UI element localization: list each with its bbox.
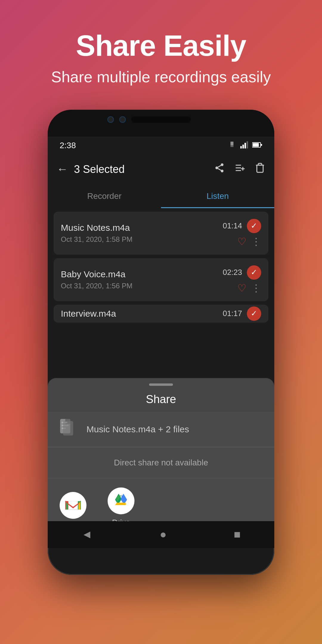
direct-share-text: Direct share not available (114, 458, 208, 467)
file-icon (58, 419, 79, 440)
share-button[interactable] (214, 162, 225, 176)
bottom-nav: ◄ ● ■ (48, 521, 274, 548)
recording-right: 02:23 ✓ ♡ ⋮ (223, 265, 261, 294)
signal-icon (240, 141, 249, 150)
phone-frame: 2:38 (48, 110, 274, 575)
toolbar-left: ← 3 Selected (57, 163, 125, 176)
sheet-handle (149, 383, 173, 386)
page-title: Share Easily (51, 30, 271, 62)
more-options-button[interactable]: ⋮ (251, 282, 261, 294)
drive-icon[interactable] (108, 487, 134, 514)
sim-icon (230, 141, 237, 150)
app-toolbar: ← 3 Selected (48, 154, 274, 184)
heart-more: ♡ ⋮ (237, 236, 261, 247)
file-name: Music Notes.m4a + 2 files (86, 424, 189, 434)
svg-line-13 (218, 165, 221, 167)
recording-item[interactable]: Music Notes.m4a Oct 31, 2020, 1:58 PM 01… (54, 212, 268, 255)
recording-date: Oct 31, 2020, 1:56 PM (61, 282, 223, 290)
more-options-button[interactable]: ⋮ (251, 236, 261, 247)
header-section: Share Easily Share multiple recordings e… (51, 30, 271, 86)
recording-duration: 01:14 (223, 221, 242, 230)
status-time: 2:38 (60, 141, 76, 150)
recording-name: Baby Voice.m4a (61, 269, 223, 279)
recording-list: Music Notes.m4a Oct 31, 2020, 1:58 PM 01… (48, 212, 274, 323)
heart-more: ♡ ⋮ (237, 282, 261, 294)
camera-right (119, 116, 126, 123)
duration-check: 01:14 ✓ (223, 219, 261, 233)
status-bar: 2:38 (48, 137, 274, 154)
svg-rect-1 (230, 145, 233, 147)
back-nav-button[interactable]: ◄ (81, 528, 93, 541)
svg-rect-5 (247, 141, 248, 148)
recording-right: 01:14 ✓ ♡ ⋮ (223, 219, 261, 247)
favorite-button[interactable]: ♡ (237, 236, 246, 247)
phone-notch-area (48, 110, 274, 137)
tab-listen[interactable]: Listen (161, 184, 274, 208)
check-selected[interactable]: ✓ (247, 265, 261, 280)
recording-right-partial: 01:17 ✓ (223, 306, 261, 321)
svg-line-12 (218, 169, 221, 171)
home-nav-button[interactable]: ● (160, 528, 167, 541)
toolbar-right (214, 162, 265, 176)
file-info-row: Music Notes.m4a + 2 files (48, 412, 274, 447)
duration-partial: 01:17 (223, 309, 242, 318)
svg-rect-7 (253, 143, 259, 147)
svg-rect-4 (244, 143, 246, 148)
check-selected[interactable]: ✓ (247, 219, 261, 233)
recording-name-partial: Interview.m4a (61, 309, 223, 319)
page-subtitle: Share multiple recordings easily (51, 68, 271, 86)
speaker (131, 116, 191, 123)
tab-bar: Recorder Listen (48, 184, 274, 208)
recording-duration: 02:23 (223, 268, 242, 277)
battery-icon (252, 142, 262, 149)
delete-button[interactable] (255, 162, 265, 176)
selection-count: 3 Selected (74, 163, 125, 176)
check-selected-partial[interactable]: ✓ (247, 306, 261, 321)
sheet-title: Share (48, 393, 274, 406)
phone-mockup: 2:38 (48, 110, 274, 575)
recording-date: Oct 31, 2020, 1:58 PM (61, 235, 223, 244)
direct-share-section: Direct share not available (48, 447, 274, 478)
favorite-button[interactable]: ♡ (237, 282, 246, 294)
recording-item-partial: Interview.m4a 01:17 ✓ (54, 305, 268, 323)
add-to-playlist-button[interactable] (234, 162, 245, 176)
recording-info: Baby Voice.m4a Oct 31, 2020, 1:56 PM (61, 269, 223, 290)
svg-rect-0 (230, 142, 233, 145)
camera-left (107, 116, 114, 123)
status-icons (230, 141, 262, 150)
svg-point-11 (221, 170, 224, 172)
svg-rect-2 (240, 146, 242, 148)
recording-info: Music Notes.m4a Oct 31, 2020, 1:58 PM (61, 223, 223, 244)
svg-rect-3 (242, 145, 244, 148)
svg-rect-24 (63, 421, 73, 436)
recording-name: Music Notes.m4a (61, 223, 223, 233)
tab-recorder[interactable]: Recorder (48, 184, 161, 208)
svg-point-10 (216, 167, 218, 169)
svg-rect-8 (261, 144, 262, 146)
svg-point-9 (221, 163, 224, 166)
recording-item[interactable]: Baby Voice.m4a Oct 31, 2020, 1:56 PM 02:… (54, 258, 268, 301)
recording-info-partial: Interview.m4a (61, 309, 223, 319)
back-button[interactable]: ← (57, 163, 68, 176)
recent-nav-button[interactable]: ■ (234, 528, 241, 541)
app-content: ← 3 Selected (48, 154, 274, 548)
gmail-icon[interactable] (60, 492, 86, 519)
duration-check: 02:23 ✓ (223, 265, 261, 280)
